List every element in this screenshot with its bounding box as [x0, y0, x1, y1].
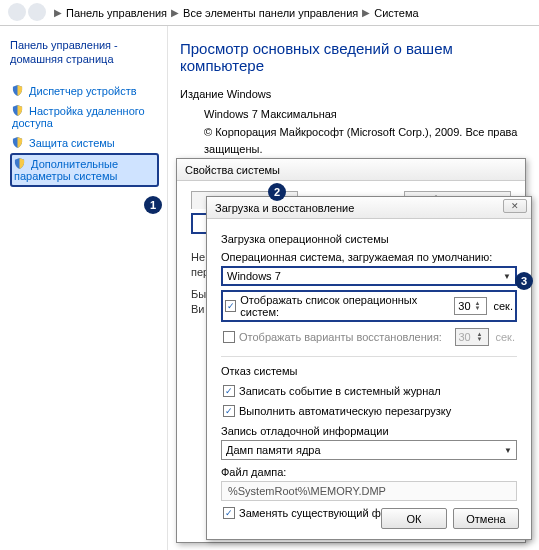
- boot-group-label: Загрузка операционной системы: [221, 233, 517, 245]
- sidebar-item-device-manager[interactable]: Диспетчер устройств: [10, 81, 159, 101]
- show-os-list-row: ✓ Отображать список операционных систем:…: [221, 290, 517, 322]
- failure-group-label: Отказ системы: [221, 365, 517, 377]
- callout-marker: 2: [268, 183, 286, 201]
- close-button[interactable]: ✕: [503, 199, 527, 213]
- show-os-seconds-input[interactable]: 30 ▲▼: [454, 297, 486, 315]
- chevron-right-icon: ▶: [54, 7, 62, 18]
- show-os-list-label: Отображать список операционных систем:: [240, 294, 443, 318]
- shield-icon: [14, 158, 25, 169]
- auto-restart-label: Выполнить автоматическую перезагрузку: [239, 405, 451, 417]
- windows-edition: Windows 7 Максимальная: [204, 106, 527, 124]
- select-value: Windows 7: [227, 270, 281, 282]
- chevron-down-icon: ▼: [504, 446, 512, 455]
- overwrite-dump-checkbox[interactable]: ✓: [223, 507, 235, 519]
- sidebar-item-label: Дополнительные параметры системы: [14, 158, 118, 182]
- sidebar: Панель управления - домашняя страница Ди…: [0, 26, 168, 550]
- spinner-icon: ▲▼: [475, 332, 485, 342]
- write-event-checkbox[interactable]: ✓: [223, 385, 235, 397]
- shield-icon: [12, 85, 23, 96]
- edition-label: Издание Windows: [180, 88, 527, 100]
- input-value: %SystemRoot%\MEMORY.DMP: [228, 485, 386, 497]
- seconds-unit: сек.: [494, 300, 514, 312]
- sidebar-item-advanced-settings[interactable]: Дополнительные параметры системы: [10, 153, 159, 187]
- show-recovery-checkbox[interactable]: ✓: [223, 331, 235, 343]
- dialog-title: Свойства системы: [185, 164, 280, 176]
- ok-button[interactable]: ОК: [381, 508, 447, 529]
- dialog-titlebar[interactable]: Свойства системы: [177, 159, 525, 181]
- callout-marker: 1: [144, 196, 162, 214]
- sidebar-item-label: Настройка удаленного доступа: [12, 105, 145, 129]
- show-recovery-seconds-input: 30 ▲▼: [455, 328, 489, 346]
- shield-icon: [12, 137, 23, 148]
- show-recovery-label: Отображать варианты восстановления:: [239, 331, 442, 343]
- nav-back-forward[interactable]: [4, 3, 50, 23]
- sidebar-item-label: Защита системы: [29, 137, 115, 149]
- dump-file-input[interactable]: %SystemRoot%\MEMORY.DMP: [221, 481, 517, 501]
- sidebar-item-system-protection[interactable]: Защита системы: [10, 133, 159, 153]
- input-value: 30: [459, 331, 471, 343]
- spinner-icon[interactable]: ▲▼: [473, 301, 483, 311]
- dump-type-select[interactable]: Дамп памяти ядра ▼: [221, 440, 517, 460]
- control-panel-home-link[interactable]: Панель управления - домашняя страница: [10, 38, 159, 67]
- breadcrumb-item[interactable]: Все элементы панели управления: [183, 7, 358, 19]
- callout-marker: 3: [515, 272, 533, 290]
- shield-icon: [12, 105, 23, 116]
- breadcrumb-bar: ▶ Панель управления ▶ Все элементы панел…: [0, 0, 539, 26]
- default-os-label: Операционная система, загружаемая по умо…: [221, 251, 517, 263]
- write-event-label: Записать событие в системный журнал: [239, 385, 441, 397]
- dialog-titlebar[interactable]: Загрузка и восстановление ✕: [207, 197, 531, 219]
- chevron-right-icon: ▶: [362, 7, 370, 18]
- default-os-select[interactable]: Windows 7 ▼: [221, 266, 517, 286]
- page-title: Просмотр основных сведений о вашем компь…: [180, 40, 527, 74]
- breadcrumb-item[interactable]: Панель управления: [66, 7, 167, 19]
- copyright-text: © Корпорация Майкрософт (Microsoft Corp.…: [204, 124, 527, 159]
- auto-restart-checkbox[interactable]: ✓: [223, 405, 235, 417]
- show-recovery-row: ✓ Отображать варианты восстановления: 30…: [221, 326, 517, 348]
- chevron-right-icon: ▶: [171, 7, 179, 18]
- dump-info-label: Запись отладочной информации: [221, 425, 517, 437]
- dump-file-label: Файл дампа:: [221, 466, 517, 478]
- dialog-title: Загрузка и восстановление: [215, 202, 354, 214]
- startup-recovery-dialog: Загрузка и восстановление ✕ Загрузка опе…: [206, 196, 532, 540]
- chevron-down-icon: ▼: [503, 272, 511, 281]
- sidebar-item-label: Диспетчер устройств: [29, 85, 137, 97]
- sidebar-item-remote-settings[interactable]: Настройка удаленного доступа: [10, 101, 159, 133]
- input-value: 30: [458, 300, 470, 312]
- show-os-list-checkbox[interactable]: ✓: [225, 300, 236, 312]
- breadcrumb-item[interactable]: Система: [374, 7, 418, 19]
- select-value: Дамп памяти ядра: [226, 444, 321, 456]
- seconds-unit: сек.: [496, 331, 516, 343]
- cancel-button[interactable]: Отмена: [453, 508, 519, 529]
